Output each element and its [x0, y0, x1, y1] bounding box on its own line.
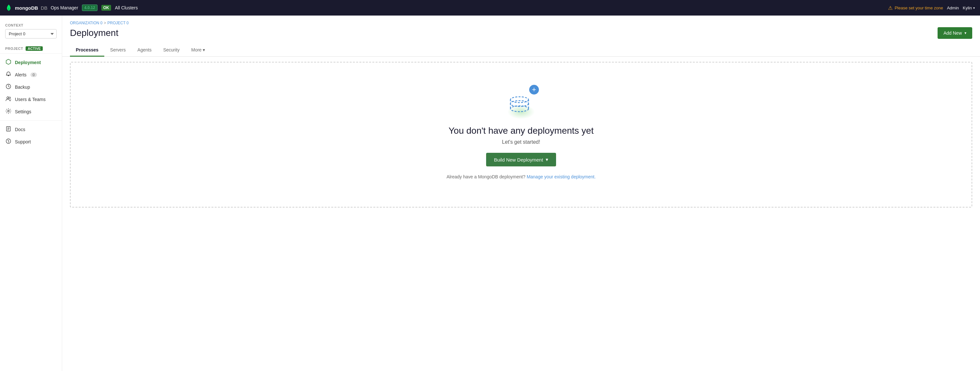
timezone-warning[interactable]: ⚠ Please set your time zone [888, 5, 943, 11]
empty-state-subtitle: Let's get started! [502, 139, 540, 145]
empty-state: + You don't have any deployments yet Let… [70, 62, 972, 208]
mongodb-logo-icon [5, 4, 12, 11]
sidebar-item-label: Docs [15, 127, 25, 132]
svg-point-8 [6, 139, 11, 143]
sidebar-item-label: Deployment [15, 60, 41, 65]
users-icon [5, 96, 12, 103]
sidebar-item-backup[interactable]: Backup [0, 81, 62, 93]
plus-circle-icon: + [529, 85, 539, 95]
svg-point-14 [511, 97, 528, 103]
svg-point-2 [9, 97, 11, 99]
sidebar-item-label: Settings [15, 109, 32, 114]
sidebar-item-support[interactable]: Support [0, 136, 62, 148]
tabs-bar: Processes Servers Agents Security More ▾ [62, 44, 980, 57]
breadcrumb-project[interactable]: PROJECT 0 [107, 21, 129, 25]
context-label: CONTEXT [5, 23, 57, 27]
mongo-prefix: mongoDB [15, 5, 38, 11]
sidebar-item-alerts[interactable]: Alerts 0 [0, 69, 62, 81]
title-row: Deployment Add New ▾ [70, 27, 972, 39]
sidebar-item-settings[interactable]: Settings [0, 106, 62, 118]
existing-deployment-text: Already have a MongoDB deployment? Manag… [447, 174, 596, 179]
sidebar-divider [0, 120, 62, 121]
deployment-icon [5, 59, 12, 66]
page-header: ORGANIZATION 0 > PROJECT 0 Deployment Ad… [62, 16, 980, 39]
sidebar-item-users-teams[interactable]: Users & Teams [0, 93, 62, 106]
all-clusters-label[interactable]: All Clusters [115, 5, 138, 10]
timezone-text: Please set your time zone [894, 5, 943, 10]
context-section: CONTEXT Project 0 [0, 21, 62, 44]
version-badge: 4.0.12 [82, 5, 97, 11]
tab-more[interactable]: More ▾ [185, 44, 211, 57]
build-btn-caret-icon: ▾ [546, 157, 548, 163]
sidebar-item-label: Alerts [15, 72, 27, 78]
support-icon [5, 138, 12, 145]
top-navigation: mongoDBDB Ops Manager 4.0.12 OK All Clus… [0, 0, 980, 16]
sidebar-item-label: Users & Teams [15, 97, 46, 102]
alerts-badge: 0 [30, 73, 37, 77]
tab-agents[interactable]: Agents [132, 44, 158, 57]
username-button[interactable]: Kylin ▾ [963, 5, 975, 10]
ok-badge: OK [101, 5, 111, 11]
sidebar-item-label: Backup [15, 84, 30, 90]
app-name: Ops Manager [51, 5, 78, 10]
project-section: PROJECT ACTIVE [0, 44, 62, 54]
app-layout: CONTEXT Project 0 PROJECT ACTIVE Deploym… [0, 16, 980, 371]
svg-point-3 [8, 110, 10, 112]
backup-icon [5, 84, 12, 90]
add-new-caret-icon: ▾ [964, 31, 966, 35]
page-title: Deployment [70, 28, 118, 38]
empty-state-title: You don't have any deployments yet [449, 125, 593, 136]
project-label: PROJECT [5, 47, 23, 51]
sidebar: CONTEXT Project 0 PROJECT ACTIVE Deploym… [0, 16, 62, 371]
user-menu-caret-icon: ▾ [973, 6, 975, 10]
manage-existing-link[interactable]: Manage your existing deployment. [527, 174, 596, 179]
warning-icon: ⚠ [888, 5, 892, 11]
sidebar-item-deployment[interactable]: Deployment [0, 56, 62, 69]
tab-processes[interactable]: Processes [70, 44, 104, 57]
admin-label: Admin [947, 5, 959, 10]
alerts-icon [5, 71, 12, 78]
active-badge: ACTIVE [25, 46, 43, 51]
svg-point-9 [8, 142, 8, 143]
more-caret-icon: ▾ [203, 47, 205, 52]
db-illustration: + [503, 84, 539, 119]
build-deployment-button[interactable]: Build New Deployment ▾ [486, 153, 556, 166]
settings-icon [5, 108, 12, 115]
add-new-button[interactable]: Add New ▾ [937, 27, 972, 39]
main-content: ORGANIZATION 0 > PROJECT 0 Deployment Ad… [62, 16, 980, 371]
svg-point-1 [7, 97, 9, 99]
sidebar-item-docs[interactable]: Docs [0, 123, 62, 136]
logo-area: mongoDBDB Ops Manager [5, 4, 78, 11]
breadcrumb: ORGANIZATION 0 > PROJECT 0 [70, 21, 972, 25]
breadcrumb-separator: > [103, 21, 106, 25]
docs-icon [5, 126, 12, 133]
sidebar-item-label: Support [15, 139, 31, 144]
tab-servers[interactable]: Servers [104, 44, 132, 57]
breadcrumb-org[interactable]: ORGANIZATION 0 [70, 21, 102, 25]
project-select[interactable]: Project 0 [5, 29, 57, 38]
tab-security[interactable]: Security [158, 44, 186, 57]
